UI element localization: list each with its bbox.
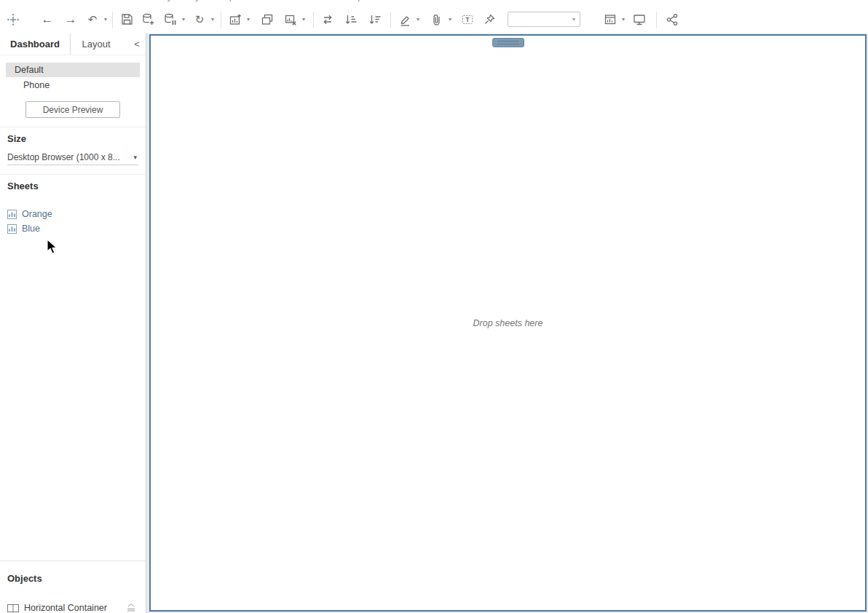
undo-button[interactable]: ← bbox=[38, 10, 57, 29]
revert-dropdown-caret[interactable]: ▾ bbox=[102, 10, 109, 29]
tab-dashboard[interactable]: Dashboard bbox=[0, 33, 71, 55]
swap-rows-columns-button[interactable] bbox=[318, 10, 337, 29]
duplicate-button[interactable] bbox=[258, 10, 277, 29]
new-worksheet-dropdown-caret[interactable]: ▾ bbox=[245, 10, 252, 29]
svg-text:T: T bbox=[465, 16, 470, 23]
redo-button[interactable]: → bbox=[61, 10, 80, 29]
panel-splitter-handle[interactable] bbox=[125, 601, 137, 610]
device-item-phone[interactable]: Phone bbox=[6, 78, 140, 92]
size-section-title: Size bbox=[0, 127, 146, 145]
fix-axes-pin-button[interactable] bbox=[480, 10, 499, 29]
object-item-label: Horizontal Container bbox=[24, 603, 107, 613]
menu-data[interactable]: Data bbox=[25, 0, 45, 1]
menu-server[interactable]: Server bbox=[273, 0, 301, 1]
menu-map[interactable]: Map bbox=[216, 0, 234, 1]
device-item-default[interactable]: Default bbox=[6, 63, 140, 77]
size-dropdown[interactable]: Desktop Browser (1000 x 8... ▾ bbox=[7, 149, 138, 165]
sort-ascending-button[interactable] bbox=[342, 10, 360, 29]
menu-dashboard[interactable]: Dashboard bbox=[99, 0, 146, 1]
dashboard-grip[interactable] bbox=[492, 38, 524, 47]
combobox-dropdown-caret[interactable]: ▾ bbox=[569, 12, 578, 26]
highlight-button[interactable] bbox=[395, 10, 414, 29]
menu-worksheet[interactable]: Worksheet bbox=[50, 0, 95, 1]
run-update-dropdown-caret[interactable]: ▾ bbox=[209, 10, 216, 29]
toolbar-separator bbox=[112, 12, 113, 28]
toolbar-separator bbox=[656, 12, 657, 28]
canvas-background: Drop sheets here bbox=[146, 33, 868, 613]
menu-analysis[interactable]: Analysis bbox=[176, 0, 211, 1]
show-mark-labels-button[interactable]: T bbox=[458, 10, 477, 29]
clear-sheet-button[interactable] bbox=[281, 10, 300, 29]
menu-help[interactable]: Help bbox=[344, 0, 363, 1]
objects-section-title: Objects bbox=[0, 561, 146, 585]
panel-tab-bar: Dashboard Layout < bbox=[0, 33, 146, 55]
sort-descending-button[interactable] bbox=[366, 10, 384, 29]
group-members-button[interactable] bbox=[427, 10, 446, 29]
size-dropdown-caret-icon[interactable]: ▾ bbox=[132, 154, 138, 161]
menu-story[interactable]: Story bbox=[150, 0, 172, 1]
dashboard-side-panel: Dashboard Layout < Default Phone Device … bbox=[0, 33, 146, 613]
toolbar-separator bbox=[390, 12, 391, 28]
main-toolbar: ← → ↶ ▾ ▾ ↻ ▾ bbox=[0, 5, 868, 33]
save-button[interactable] bbox=[117, 10, 136, 29]
new-worksheet-button[interactable] bbox=[226, 10, 245, 29]
menu-bar: File Data Worksheet Dashboard Story Anal… bbox=[0, 0, 868, 5]
toolbar-combobox[interactable]: ▾ bbox=[508, 12, 580, 27]
menu-file[interactable]: File bbox=[6, 0, 21, 1]
group-dropdown-caret[interactable]: ▾ bbox=[446, 10, 454, 29]
presentation-mode-button[interactable] bbox=[630, 10, 649, 29]
share-button[interactable] bbox=[663, 10, 682, 29]
tableau-logo-icon[interactable] bbox=[4, 10, 22, 29]
revert-button[interactable]: ↶ bbox=[83, 10, 102, 29]
show-hide-cards-dropdown-caret[interactable]: ▾ bbox=[620, 10, 627, 29]
menu-format[interactable]: Format bbox=[239, 0, 269, 1]
new-data-source-button[interactable] bbox=[139, 10, 158, 29]
toolbar-separator bbox=[221, 12, 221, 28]
worksheet-icon bbox=[7, 210, 17, 219]
clear-sheet-dropdown-caret[interactable]: ▾ bbox=[300, 10, 307, 29]
objects-section: Objects Horizontal Container bbox=[0, 561, 146, 613]
sheet-item-label: Orange bbox=[22, 209, 52, 219]
horizontal-container-icon bbox=[7, 604, 19, 612]
device-preview-button[interactable]: Device Preview bbox=[25, 101, 120, 118]
size-dropdown-value: Desktop Browser (1000 x 8... bbox=[7, 152, 132, 162]
show-hide-cards-button[interactable] bbox=[601, 10, 620, 29]
highlight-dropdown-caret[interactable]: ▾ bbox=[414, 10, 422, 29]
sheets-section-title: Sheets bbox=[0, 175, 146, 192]
run-update-button[interactable]: ↻ bbox=[190, 10, 209, 29]
pause-updates-dropdown-caret[interactable]: ▾ bbox=[180, 10, 187, 29]
menu-window[interactable]: Window bbox=[305, 0, 339, 1]
toolbar-separator bbox=[313, 12, 314, 28]
dashboard-canvas[interactable]: Drop sheets here bbox=[149, 34, 867, 612]
sheet-item-label: Blue bbox=[22, 224, 40, 234]
pause-auto-updates-button[interactable] bbox=[161, 10, 180, 29]
collapse-panel-icon[interactable]: < bbox=[128, 33, 146, 55]
sheet-item-orange[interactable]: Orange bbox=[0, 207, 146, 221]
sheet-list: Orange Blue bbox=[0, 207, 146, 236]
drop-sheets-hint: Drop sheets here bbox=[473, 318, 543, 328]
object-item-horizontal-container[interactable]: Horizontal Container bbox=[0, 601, 146, 613]
worksheet-icon bbox=[7, 224, 17, 234]
tab-layout[interactable]: Layout bbox=[71, 33, 122, 55]
sheet-item-blue[interactable]: Blue bbox=[0, 221, 146, 236]
